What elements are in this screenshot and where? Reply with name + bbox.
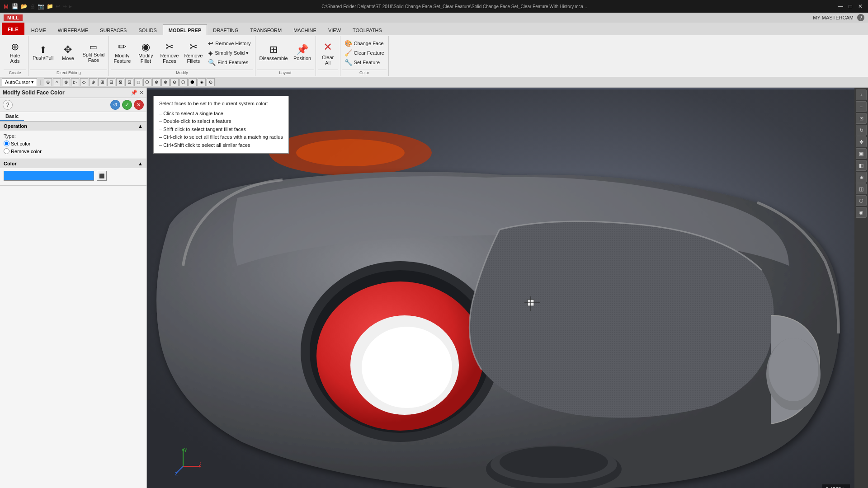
clear-all-btn[interactable]: ✕ ClearAll [318, 37, 338, 69]
viewport[interactable]: Select faces to be set to the current sy… [147, 88, 868, 488]
rt-wire-btn[interactable]: ⬡ [856, 195, 867, 206]
panel-ok-btn[interactable]: ✓ [122, 100, 132, 110]
ac-btn-10[interactable]: ⊡ [125, 78, 133, 86]
remove-color-option[interactable]: Remove color [4, 148, 42, 154]
ac-btn-14[interactable]: ⊕ [161, 78, 170, 86]
ac-btn-19[interactable]: ⊙ [207, 78, 215, 86]
rt-fit-btn[interactable]: ⊡ [856, 113, 867, 124]
ac-btn-6[interactable]: ⊕ [89, 78, 97, 86]
screenshot-qa-btn[interactable]: 📷 [37, 3, 45, 10]
ac-btn-16[interactable]: ⬡ [179, 78, 188, 86]
panel-tab-basic[interactable]: Basic [0, 112, 24, 121]
rt-view3-btn[interactable]: ⊞ [856, 172, 867, 183]
ac-btn-15[interactable]: ⊖ [170, 78, 179, 86]
tab-transform[interactable]: TRANSFORM [245, 24, 288, 35]
modify-feature-btn[interactable]: ✏ ModifyFeature [111, 37, 133, 69]
color-section-header[interactable]: Color ▲ [0, 159, 146, 168]
tab-surfaces[interactable]: SURFACES [94, 24, 132, 35]
tooltip-line-4: – Ctrl-click to select all fillet faces … [159, 133, 283, 141]
push-pull-btn[interactable]: ⬆ Push/Pull [30, 37, 56, 69]
find-features-icon: 🔍 [208, 59, 216, 66]
rt-view2-btn[interactable]: ◧ [856, 160, 867, 171]
remove-color-radio[interactable] [4, 148, 9, 154]
rt-rotate-btn[interactable]: ↻ [856, 125, 867, 136]
tab-file[interactable]: FILE [2, 23, 24, 35]
rt-shade-btn[interactable]: ◉ [856, 207, 867, 218]
ac-btn-18[interactable]: ◈ [198, 78, 206, 86]
panel-reset-btn[interactable]: ↺ [110, 100, 120, 110]
color-picker-btn[interactable]: ⬛ [97, 171, 107, 181]
move-btn[interactable]: ✥ Move [57, 37, 79, 69]
remove-history-btn[interactable]: ↩ Remove History [206, 39, 253, 48]
type-row: Type: [4, 133, 143, 139]
tab-view[interactable]: VIEW [322, 24, 347, 35]
tab-wireframe[interactable]: WIREFRAME [52, 24, 94, 35]
set-color-row: Set color [4, 141, 143, 146]
svg-text:Y: Y [184, 448, 188, 453]
autocursor-dropdown[interactable]: AutoCursor ▾ [2, 78, 37, 86]
remove-color-label: Remove color [11, 149, 42, 154]
ribbon-top-area: MILL MY MASTERCAM ? [0, 13, 868, 23]
remove-faces-btn[interactable]: ✂ RemoveFaces [158, 37, 181, 69]
tab-machine[interactable]: MACHINE [288, 24, 322, 35]
maximize-btn[interactable]: □ [846, 2, 854, 10]
disassemble-btn[interactable]: ⊞ Disassemble [257, 37, 290, 69]
rt-pan-btn[interactable]: ✥ [856, 136, 867, 147]
ac-btn-7[interactable]: ⊞ [98, 78, 106, 86]
rt-view1-btn[interactable]: ▣ [856, 148, 867, 159]
save-qa-btn[interactable]: 💾 [11, 3, 19, 10]
operation-section-toggle: ▲ [138, 123, 143, 129]
ac-btn-2[interactable]: ○ [53, 78, 61, 86]
remove-history-icon: ↩ [208, 40, 213, 47]
ac-btn-8[interactable]: ⊟ [107, 78, 115, 86]
simplify-solid-btn[interactable]: ◈ Simplify Solid ▾ [206, 48, 253, 57]
hole-axis-btn[interactable]: ⊕ HoleAxis [4, 37, 26, 69]
clear-feature-btn[interactable]: 🧹 Clear Feature [342, 48, 387, 57]
autocursor-dropdown-arrow: ▾ [31, 79, 34, 85]
panel-cancel-btn[interactable]: ✕ [134, 100, 144, 110]
ac-btn-1[interactable]: ⊕ [44, 78, 52, 86]
run-qa-btn[interactable]: ▸ [69, 3, 72, 10]
panel-pin-btn[interactable]: 📌 [131, 89, 137, 96]
redo-qa-btn[interactable]: ↪ [62, 3, 67, 10]
panel-help-btn[interactable]: ? [3, 100, 13, 110]
ac-btn-3[interactable]: ⊗ [62, 78, 70, 86]
change-face-btn[interactable]: 🎨 Change Face [342, 39, 387, 48]
tab-solids[interactable]: SOLIDS [132, 24, 162, 35]
panel-close-btn[interactable]: ✕ [139, 89, 144, 96]
operation-section-header[interactable]: Operation ▲ [0, 122, 146, 131]
ac-btn-17[interactable]: ⬢ [189, 78, 197, 86]
rt-view4-btn[interactable]: ◫ [856, 183, 867, 194]
set-color-option[interactable]: Set color [4, 141, 30, 146]
rt-zoom-out-btn[interactable]: − [856, 101, 867, 112]
set-color-label: Set color [11, 141, 30, 146]
tab-toolpaths[interactable]: TOOLPATHS [347, 24, 388, 35]
undo-qa-btn[interactable]: ↩ [55, 3, 61, 10]
ac-btn-13[interactable]: ⊛ [152, 78, 160, 86]
ac-btn-12[interactable]: ⬡ [143, 78, 151, 86]
modify-fillet-btn[interactable]: ◉ ModifyFillet [134, 37, 157, 69]
set-feature-btn[interactable]: 🔧 Set Feature [342, 58, 387, 67]
minimize-btn[interactable]: — [836, 2, 844, 10]
folder-qa-btn[interactable]: 📁 [46, 3, 54, 10]
set-color-radio[interactable] [4, 141, 9, 146]
tab-drafting[interactable]: DRAFTING [207, 24, 244, 35]
tab-model-prep[interactable]: MODEL PREP [163, 24, 208, 35]
rt-zoom-in-btn[interactable]: + [856, 89, 867, 100]
ac-btn-5[interactable]: ◇ [80, 78, 88, 86]
help-icon[interactable]: ? [857, 14, 864, 21]
ac-btn-9[interactable]: ⊠ [116, 78, 124, 86]
open-qa-btn[interactable]: 📂 [20, 3, 28, 10]
ac-btn-4[interactable]: ▷ [71, 78, 79, 86]
split-solid-face-btn[interactable]: ▭ Split SolidFace [80, 37, 107, 69]
color-section-label: Color [4, 161, 17, 166]
close-btn[interactable]: ✕ [856, 2, 864, 10]
color-bar[interactable] [4, 171, 94, 181]
find-features-btn[interactable]: 🔍 Find Features [206, 58, 253, 67]
remove-fillets-btn[interactable]: ✂ RemoveFillets [182, 37, 205, 69]
ac-btn-11[interactable]: ◻ [134, 78, 142, 86]
my-mastercam-link[interactable]: MY MASTERCAM [813, 15, 854, 20]
print-qa-btn[interactable]: 🖨 [29, 3, 36, 10]
tab-home[interactable]: HOME [25, 24, 52, 35]
position-btn[interactable]: 📌 Position [291, 37, 314, 69]
